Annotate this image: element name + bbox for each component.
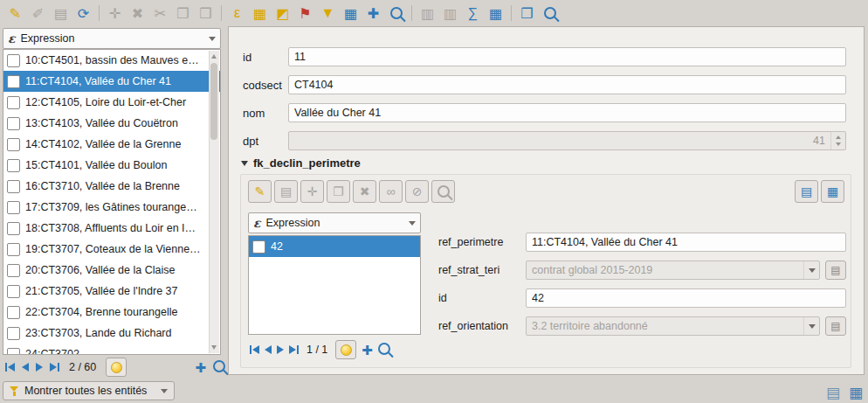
feature-checkbox[interactable] [7,327,20,340]
relation-previous-feature-button[interactable] [265,345,272,354]
feature-list-item[interactable]: 18:CT3708, Affluents du Loir en I… [3,218,220,239]
add-feature-icon[interactable]: ✛ [104,3,126,24]
feature-checkbox[interactable] [7,54,20,67]
feature-list-item[interactable]: 15:CT4101, Vallée du Boulon [3,155,220,176]
reload-icon[interactable]: ⟳ [72,3,94,24]
relation-toggle-editing-button[interactable]: ✎ [248,180,272,203]
relation-list-item-selected[interactable]: 42 [249,236,420,257]
relation-pan-to-feature-icon[interactable]: ✚ [362,344,373,357]
cut-features-icon[interactable]: ✂ [149,3,171,24]
feature-checkbox[interactable] [7,348,20,356]
feature-list-item[interactable]: 14:CT4102, Vallée de la Grenne [3,134,220,155]
relation-id-input[interactable]: 42 [526,288,846,308]
feature-checkbox[interactable] [7,201,20,214]
open-strat-teri-form-button[interactable]: ▤ [825,261,846,280]
delete-selected-icon[interactable]: ✖ [127,3,148,24]
show-all-features-button[interactable]: Montrer toutes les entités [3,381,175,400]
zoom-to-selected-icon[interactable] [385,3,407,24]
first-feature-button[interactable] [5,363,15,372]
feature-checkbox[interactable] [7,306,20,319]
relation-add-feature-button[interactable]: ✛ [300,180,324,203]
codsect-input[interactable]: CT4104 [288,75,846,94]
feature-list-item[interactable]: 17:CT3709, les Gâtines tourange… [3,197,220,218]
select-by-expression-icon[interactable]: ε [226,3,248,24]
feature-checkbox[interactable] [252,240,265,254]
relation-link-feature-button[interactable]: ∞ [379,180,403,203]
highlight-feature-button[interactable] [106,358,127,377]
relation-table-view-button[interactable]: ▦ [821,180,844,203]
scroll-down-icon[interactable] [211,345,217,350]
relation-save-edits-button[interactable]: ▤ [274,180,298,203]
feature-list-scrollbar[interactable] [209,51,219,353]
feature-list-item[interactable]: 13:CT4103, Vallée du Couëtron [3,113,220,134]
feature-checkbox[interactable] [7,117,20,130]
switch-to-table-view-icon[interactable]: ▦ [849,386,863,400]
feature-checkbox[interactable] [7,243,20,256]
paste-features-icon[interactable]: ❒ [195,3,217,24]
feature-checkbox[interactable] [7,264,20,277]
toggle-multiedit-icon[interactable]: ✐ [27,3,49,24]
relation-delete-feature-button[interactable]: ✖ [353,180,376,203]
copy-features-icon[interactable]: ❐ [172,3,194,24]
relation-zoom-to-feature-icon[interactable] [378,343,390,358]
feature-list-item[interactable]: 10:CT4501, bassin des Mauves e… [3,50,220,71]
feature-list-item[interactable]: 24:CT3702 [3,344,220,355]
dpt-spinbox[interactable]: 41 [288,131,846,150]
ref-orientation-combo[interactable]: 3.2 territoire abandonné [526,316,820,336]
deselect-all-icon[interactable]: ⚑ [294,3,316,24]
relation-unlink-feature-button[interactable]: ⊘ [405,180,429,203]
field-calculator-icon[interactable]: ∑ [462,3,484,24]
feature-list-item[interactable]: 22:CT3704, Brenne tourangelle [3,302,220,323]
pan-to-selected-icon[interactable]: ✚ [362,3,384,24]
zoom-to-feature-icon[interactable] [213,360,225,375]
feature-checkbox[interactable] [7,222,20,235]
spinner-arrows-icon[interactable] [830,132,845,149]
new-field-icon[interactable]: ▥ [417,3,438,24]
search-icon[interactable] [539,3,561,24]
nom-input[interactable]: Vallée du Cher 41 [288,103,846,122]
feature-checkbox[interactable] [7,285,20,298]
expression-filter-combo[interactable]: ε Expression [3,28,221,49]
open-orientation-form-button[interactable]: ▤ [825,316,846,336]
feature-list-item[interactable]: 20:CT3706, Vallée de la Claise [3,260,220,281]
delete-field-icon[interactable]: ▥ [439,3,461,24]
next-feature-button[interactable] [36,363,43,372]
relation-highlight-feature-button[interactable] [335,340,356,359]
feature-checkbox[interactable] [7,75,20,88]
scrollbar-thumb[interactable] [210,63,217,140]
feature-checkbox[interactable] [7,138,20,151]
feature-list-item[interactable]: 19:CT3707, Coteaux de la Vienne… [3,239,220,260]
dock-table-icon[interactable]: ❐ [516,3,538,24]
last-feature-button[interactable] [50,363,59,372]
move-selection-top-icon[interactable]: ▦ [340,3,362,24]
invert-selection-icon[interactable]: ◩ [272,3,293,24]
feature-checkbox[interactable] [7,96,20,109]
filter-form-icon[interactable]: ▼ [317,3,339,24]
feature-list-item[interactable]: 16:CT3710, Vallée de la Brenne [3,176,220,197]
save-edits-icon[interactable]: ▤ [50,3,72,24]
relation-header[interactable]: fk_declin_perimetre [241,156,361,170]
relation-last-feature-button[interactable] [289,345,299,354]
pan-to-feature-icon[interactable]: ✚ [195,361,206,374]
feature-checkbox[interactable] [7,180,20,193]
feature-checkbox[interactable] [7,159,20,172]
feature-list-item-selected[interactable]: 11:CT4104, Vallée du Cher 41 [3,71,220,92]
conditional-formatting-icon[interactable]: ▦ [485,3,506,24]
feature-list-item[interactable]: 12:CT4105, Loire du Loir-et-Cher [3,92,220,113]
ref-perimetre-input[interactable]: 11:CT4104, Vallée du Cher 41 [526,233,846,252]
relation-next-feature-button[interactable] [277,345,284,354]
toggle-editing-icon[interactable]: ✎ [4,3,26,24]
select-all-icon[interactable]: ▦ [249,3,271,24]
relation-duplicate-feature-button[interactable]: ❐ [327,180,350,203]
previous-feature-button[interactable] [22,363,29,372]
scroll-up-icon[interactable] [211,54,217,59]
ref-strat-teri-combo[interactable]: contrat global 2015-2019 [526,261,820,280]
feature-list-item[interactable]: 23:CT3703, Lande du Richard [3,323,220,344]
id-input[interactable]: 11 [288,47,846,66]
feature-list-item[interactable]: 21:CT3705, Vallée de l'Indre 37 [3,281,220,302]
switch-to-form-view-icon[interactable]: ▤ [826,386,840,400]
relation-zoom-to-feature-button[interactable] [431,180,455,203]
relation-first-feature-button[interactable] [250,345,259,354]
relation-expression-combo[interactable]: ε Expression [248,212,421,233]
relation-form-view-button[interactable]: ▤ [795,180,818,203]
